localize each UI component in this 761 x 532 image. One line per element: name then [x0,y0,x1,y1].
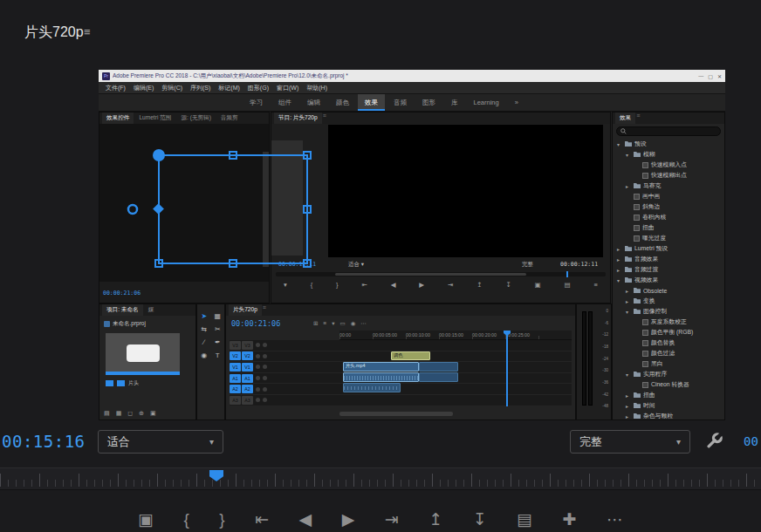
tool-icon[interactable]: ◉ [201,352,207,359]
monitor-timeline-ruler[interactable] [0,467,761,490]
transport-icon[interactable]: ▣ [138,511,154,528]
workspace-tab[interactable]: 库 [444,94,465,111]
track-target[interactable]: A2 [242,385,253,393]
effect-controls-timecode[interactable]: 00:00:21:06 [103,290,141,297]
track-mute-toggle[interactable] [263,387,267,392]
program-fit-dropdown[interactable]: 适合 ▾ [348,261,364,269]
window-button[interactable]: ✕ [717,73,722,79]
tool-icon[interactable]: T [216,352,220,359]
timeline-toolbar-icon[interactable]: ▭ [340,320,346,327]
panel-tab[interactable]: 音频剪 [216,113,243,124]
project-footer-icon[interactable]: ▣ [150,410,156,417]
effects-tree-item[interactable]: 扭曲 [613,222,724,233]
effects-tree-item[interactable]: ▸ 音频过渡 [613,264,724,275]
tree-expand-icon[interactable]: ▸ [626,413,631,419]
panel-menu-icon[interactable]: ≡ [323,113,326,124]
timeline-toolbar-icon[interactable]: ⊞ [313,320,318,327]
timeline-toolbar-icon[interactable]: ▾ [332,320,334,327]
project-footer-icon[interactable]: ⊕ [139,410,144,417]
audio-clip-2[interactable] [419,372,458,382]
track-mute-toggle[interactable] [263,398,267,402]
timeline-toolbar-icon[interactable]: ◉ [351,320,356,327]
audio-clip-3[interactable] [343,383,401,392]
panel-tab[interactable]: Lumetri 范围 [134,113,175,124]
effects-tree-item[interactable]: 快速模糊入点 [613,160,724,170]
effects-tree-item[interactable]: 画中画 [613,191,724,201]
tree-expand-icon[interactable]: ▾ [626,309,631,315]
track-mute-toggle[interactable] [263,343,267,347]
program-transport-icon[interactable]: ▣ [535,281,541,289]
track-lock-toggle[interactable] [256,387,260,392]
tree-expand-icon[interactable]: ▸ [617,256,622,263]
video-clip[interactable]: 片头.mp4 [343,362,419,372]
source-patch[interactable]: V2 [230,351,241,360]
tree-expand-icon[interactable]: ▾ [617,277,622,283]
track-lock-toggle[interactable] [256,343,260,347]
effects-tree-item[interactable]: 斜角边 [613,201,724,212]
source-patch[interactable]: V1 [230,363,241,372]
effects-tree-item[interactable]: ▾ 视频效果 [613,275,724,285]
timeline-clips-area[interactable]: 调色 片头.mp4 [343,340,572,406]
program-transport-icon[interactable]: } [336,281,339,289]
transport-icon[interactable]: { [183,511,189,528]
tool-icon[interactable]: ∕ [203,339,204,346]
track-mute-toggle[interactable] [263,354,267,358]
tree-expand-icon[interactable]: ▸ [626,392,631,399]
track-lock-toggle[interactable] [256,365,260,369]
timeline-tab[interactable]: 片头720p [229,304,262,316]
effects-tree-item[interactable]: ▸ 扭曲 [613,390,724,400]
menu-item[interactable]: 帮助(H) [306,84,327,92]
track-lock-toggle[interactable] [256,376,260,380]
transport-icon[interactable]: ▶ [342,511,355,528]
source-patch[interactable]: A2 [230,385,241,393]
transport-icon[interactable]: ▤ [517,511,532,528]
workspace-tab[interactable]: 图形 [415,94,442,111]
panel-menu-icon[interactable]: ≡ [84,25,91,38]
window-button[interactable]: — [698,73,703,79]
project-footer-icon[interactable]: ◻ [127,410,133,417]
effects-search-input[interactable] [616,126,721,136]
timeline-ruler[interactable]: 00:0000:00:05:0000:00:10:0000:00:15:0000… [339,331,572,340]
effects-tree-item[interactable]: 卷积内核 [613,212,724,222]
track-target[interactable]: A1 [242,374,253,383]
effects-tree-item[interactable]: 颜色过滤 [613,348,724,358]
track-target[interactable]: A3 [242,396,253,405]
workspace-tab[interactable]: 组件 [271,94,298,111]
effects-tree-item[interactable]: ▸ Lumetri 预设 [613,243,724,254]
workspace-tab[interactable]: » [508,94,525,111]
menu-item[interactable]: 标记(M) [218,84,240,92]
effects-tree-item[interactable]: 快速模糊出点 [613,170,724,181]
project-item-thumbnail[interactable] [106,333,180,375]
tree-expand-icon[interactable]: ▸ [626,288,631,294]
effects-tree-item[interactable]: 颜色替换 [613,338,724,348]
effects-tree-item[interactable]: ▸ 变换 [613,296,724,306]
program-timecode[interactable]: 00:00:12:11 [278,261,316,268]
transport-icon[interactable]: ⋯ [607,511,623,528]
effects-tree-item[interactable]: 灰度系数校正 [613,317,724,327]
transport-icon[interactable]: ⇤ [255,511,269,528]
tool-icon[interactable]: ⇆ [201,326,207,333]
effects-tree-item[interactable]: 黑白 [613,358,724,369]
tool-icon[interactable]: ✂ [215,326,221,333]
program-quality-dropdown[interactable]: 完整 [522,261,533,269]
window-button[interactable]: ▢ [708,73,713,79]
program-transport-icon[interactable]: ⇤ [361,281,367,289]
track-lock-toggle[interactable] [256,354,260,358]
video-clip-2[interactable] [419,362,458,372]
tool-icon[interactable]: ✒ [215,339,221,346]
effects-tree-item[interactable]: ▾ 预设 [613,139,724,149]
project-file-row[interactable]: 未命名.prproj [104,320,146,328]
track-target[interactable]: V2 [242,351,253,360]
effects-tree-item[interactable]: ▾ 模糊 [613,149,724,160]
tree-expand-icon[interactable]: ▸ [626,183,631,189]
program-transport-icon[interactable]: { [311,281,313,289]
effects-tree-item[interactable]: 颜色平衡 (RGB) [613,327,724,338]
panel-tab[interactable]: 源: (无剪辑) [176,113,215,124]
workspace-tab[interactable]: 编辑 [300,94,327,111]
monitor-playhead[interactable] [209,470,223,481]
workspace-tab[interactable]: 学习 [243,94,270,111]
project-item-row[interactable]: 片头 [106,379,139,387]
track-target[interactable]: V3 [242,341,253,350]
effects-tree-item[interactable]: 曝光过度 [613,233,724,243]
effects-tree-item[interactable]: ▾ 实用程序 [613,369,724,379]
